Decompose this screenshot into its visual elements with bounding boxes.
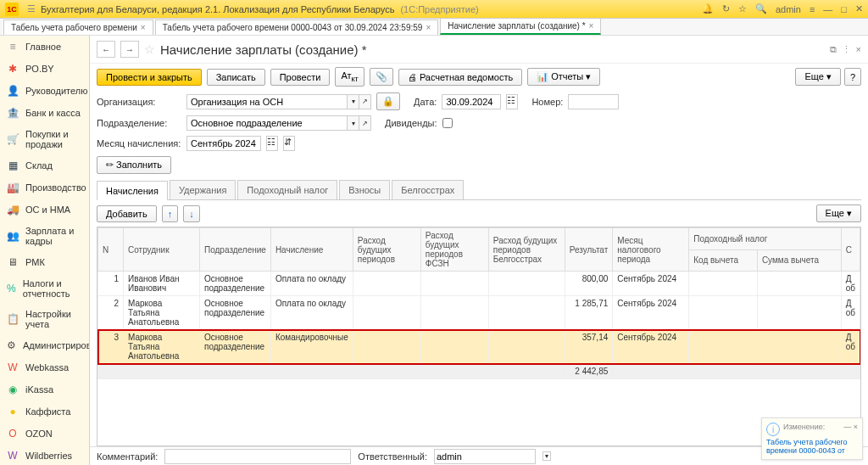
calendar-icon[interactable]: ☷ [266,136,278,151]
nav-fwd-button[interactable]: → [120,41,139,58]
accruals-grid[interactable]: N Сотрудник Подразделение Начисление Рас… [97,227,861,446]
date-input[interactable] [442,94,501,109]
subtab-belgosstrah[interactable]: Белгосстрах [392,180,464,199]
minimize-icon[interactable]: — [823,4,832,14]
sidebar-icon: ▦ [7,160,19,171]
col-dept[interactable]: Подразделение [200,228,271,272]
col-exp3[interactable]: Расход будущих периодов Белгосстрах [488,228,565,272]
maximize-icon[interactable]: □ [841,4,847,14]
open-icon[interactable]: ↗ [359,94,371,109]
dropdown-icon[interactable]: ▾ [348,115,359,131]
add-row-button[interactable]: Добавить [97,205,157,222]
resp-input[interactable] [434,449,536,464]
sidebar-item-10[interactable]: %Налоги и отчетность [0,273,89,304]
sidebar-item-4[interactable]: 🛒Покупки и продажи [0,124,89,154]
sidebar-item-3[interactable]: 🏦Банк и касса [0,102,89,124]
tab-close-icon[interactable]: × [426,23,431,32]
table-more-button[interactable]: Еще ▾ [816,204,861,222]
col-accr[interactable]: Начисление [270,228,353,272]
sidebar-item-8[interactable]: 👥Зарплата и кадры [0,221,89,251]
sidebar-item-9[interactable]: 🖥РМК [0,251,89,273]
subtab-contrib[interactable]: Взносы [339,180,390,199]
sidebar-item-15[interactable]: ●Каффиста [0,401,89,423]
col-exp2[interactable]: Расход будущих периодов ФСЗН [420,228,488,272]
sidebar-item-16[interactable]: OOZON [0,423,89,445]
move-up-button[interactable]: ↑ [162,205,179,222]
subtab-tax[interactable]: Подоходный налог [237,180,337,199]
stepper-icon[interactable]: ⇵ [283,136,295,151]
favorite-icon[interactable]: ☆ [144,42,155,56]
calendar-icon[interactable]: ☷ [506,94,518,109]
nav-back-button[interactable]: ← [97,41,115,58]
open-icon[interactable]: ↗ [359,115,371,131]
sidebar-item-11[interactable]: 📋Настройки учета [0,304,89,334]
dividends-checkbox[interactable] [442,118,453,128]
write-button[interactable]: Записать [207,69,265,86]
tab-0[interactable]: Табель учета рабочего времени× [3,20,153,35]
sidebar-label: Руководителю [25,86,87,96]
tab-2[interactable]: Начисление зарплаты (создание) *× [440,18,601,35]
link-icon[interactable]: ⧉ [830,44,837,55]
settings-icon[interactable]: ≡ [810,4,815,14]
star-icon[interactable]: ☆ [738,3,747,14]
tab-1[interactable]: Табель учета рабочего времени 0000-0043 … [155,20,439,35]
table-row[interactable]: 1Иванов Иван ИвановичОсновное подразделе… [98,272,860,296]
menu-dots-icon[interactable]: ⋮ [842,44,851,55]
tab-close-icon[interactable]: × [589,21,594,31]
post-button[interactable]: Провести [270,69,331,86]
attach-icon[interactable]: 📎 [370,68,393,86]
sidebar-item-5[interactable]: ▦Склад [0,154,89,176]
org-input[interactable] [186,94,348,109]
search-icon[interactable]: 🔍 [755,3,767,14]
close-doc-icon[interactable]: × [856,44,861,55]
col-result[interactable]: Результат [565,228,612,272]
more-button[interactable]: Еще ▾ [795,68,840,86]
sidebar-item-0[interactable]: ≡Главное [0,36,89,58]
user-label[interactable]: admin [776,4,801,14]
subtab-deductions[interactable]: Удержания [170,180,236,199]
table-row[interactable]: 3Маркова Татьяна АнатольевнаОсновное под… [98,330,860,364]
lock-icon[interactable]: 🔒 [376,92,400,110]
sidebar-item-14[interactable]: ◉iKassa [0,378,89,401]
payroll-button[interactable]: 🖨 Расчетная ведомость [398,69,522,86]
col-tax[interactable]: Подоходный налог [689,228,841,250]
col-taxmonth[interactable]: Месяц налогового периода [613,228,689,272]
month-input[interactable] [186,136,261,151]
col-n[interactable]: N [98,228,124,272]
sidebar-item-13[interactable]: WWebkassa [0,356,89,378]
num-input[interactable] [568,94,619,109]
dtct-icon[interactable]: Аткт [335,67,364,87]
col-s[interactable]: С [841,228,860,272]
sidebar-item-1[interactable]: ✱PO.BY [0,58,89,80]
col-taxcode[interactable]: Код вычета [689,249,758,272]
org-label: Организация: [97,97,181,107]
dropdown-icon[interactable]: ▾ [542,451,551,461]
sidebar-icon: 🖥 [7,256,19,268]
col-taxsum[interactable]: Сумма вычета [757,249,841,272]
history-icon[interactable]: ↻ [722,3,730,14]
notification-link[interactable]: Табель учета рабочего времени 0000-0043 … [766,438,858,455]
sidebar-item-7[interactable]: 🚚ОС и НМА [0,199,89,221]
subtab-accruals[interactable]: Начисления [97,181,168,200]
col-exp1[interactable]: Расход будущих периодов [353,228,420,272]
col-emp[interactable]: Сотрудник [124,228,200,272]
tab-close-icon[interactable]: × [141,23,146,32]
reports-button[interactable]: 📊 Отчеты ▾ [527,68,600,86]
fill-button[interactable]: ✏ Заполнить [97,156,171,174]
move-down-button[interactable]: ↓ [183,205,200,222]
table-row[interactable]: 2Маркова Татьяна АнатольевнаОсновное под… [98,296,860,330]
bell-icon[interactable]: 🔔 [702,3,714,14]
sidebar-item-12[interactable]: ⚙Администрирование [0,334,89,356]
help-button[interactable]: ? [844,68,861,86]
dropdown-icon[interactable]: ▾ [348,94,359,109]
menu-icon[interactable]: ☰ [27,3,36,14]
close-icon[interactable]: — × [843,423,858,436]
comment-input[interactable] [164,449,351,464]
notification-popup[interactable]: iИзменение:— × Табель учета рабочего вре… [761,417,863,460]
dept-input[interactable] [186,115,348,131]
sidebar-item-2[interactable]: 👤Руководителю [0,80,89,102]
sidebar-item-6[interactable]: 🏭Производство [0,176,89,199]
post-and-close-button[interactable]: Провести и закрыть [97,69,202,86]
close-icon[interactable]: ✕ [855,3,863,14]
sidebar-item-17[interactable]: WWildberries [0,445,89,465]
